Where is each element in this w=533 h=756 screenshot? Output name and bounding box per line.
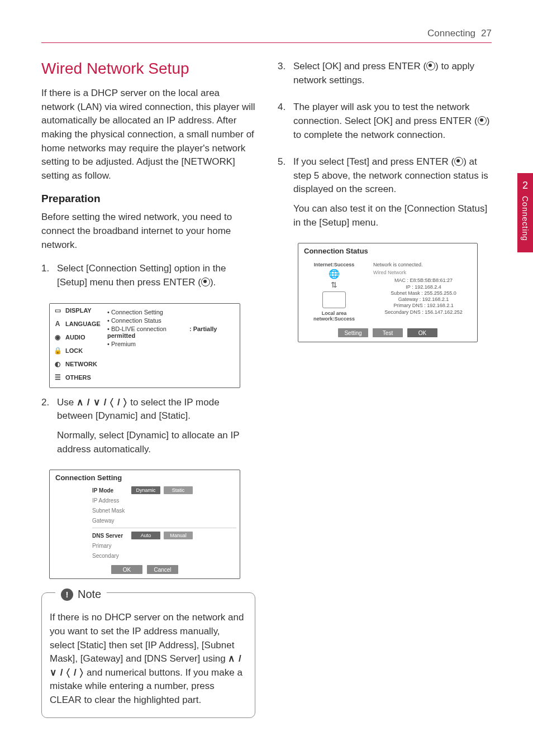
step-number: 3. <box>278 60 293 93</box>
language-icon: A <box>53 319 62 328</box>
step-text: Select [Connection Setting] option in th… <box>57 263 226 288</box>
manual-page: Connecting 27 Wired Network Setup If the… <box>0 0 533 756</box>
display-icon: ▭ <box>53 306 62 315</box>
globe-icon: 🌐 <box>301 269 368 279</box>
primary-dns: Primary DNS : 192.168.2.1 <box>373 303 474 309</box>
lan-status: Local area network:Success <box>301 310 368 322</box>
auto-button[interactable]: Auto <box>131 532 160 539</box>
intro-paragraph: If there is a DHCP server on the local a… <box>41 87 255 183</box>
left-column: Wired Network Setup If there is a DHCP s… <box>41 60 255 718</box>
chapter-number: 2 <box>517 180 533 192</box>
step-number: 1. <box>41 262 57 295</box>
page-header: Connecting 27 <box>41 28 492 43</box>
step-text: ). <box>210 277 216 288</box>
ip-address: IP : 192.168.2.4 <box>373 284 474 290</box>
step-2: 2. Use ∧ / ∨ / 〈 / 〉 to select the IP mo… <box>41 396 255 462</box>
link-icon: ⇅ <box>301 280 368 289</box>
static-button[interactable]: Static <box>164 486 193 494</box>
info-icon: ! <box>61 588 73 601</box>
header-section: Connecting <box>427 28 475 39</box>
dpad-arrows: ∧ / ∨ / 〈 / 〉 <box>77 397 128 408</box>
step-4: 4. The player will ask you to test the n… <box>278 101 492 147</box>
screenshot-connection-status: Connection Status Internet:Success 🌐 ⇅ L… <box>298 243 478 342</box>
subnet-mask: Subnet Mask : 255.255.255.0 <box>373 290 474 296</box>
preparation-body: Before setting the wired network, you ne… <box>41 210 255 252</box>
status-message: Network is connected. <box>373 262 474 267</box>
section-title: Wired Network Setup <box>41 60 255 78</box>
right-column: 3. Select [OK] and press ENTER () to app… <box>278 60 492 718</box>
dialog-title: Connection Status <box>298 243 477 259</box>
mac-address: MAC : E8:5B:5B:B8:61:27 <box>373 277 474 284</box>
header-page-number: 27 <box>481 28 492 39</box>
note-box: ! Note If there is no DHCP server on the… <box>41 592 255 717</box>
menu-options: • Connection Setting • Connection Status… <box>103 304 240 387</box>
step-5: 5. If you select [Test] and press ENTER … <box>278 155 492 235</box>
others-icon: ☰ <box>53 373 62 382</box>
menu-sidebar: ▭DISPLAY ALANGUAGE ◉AUDIO 🔒LOCK ◐NETWORK… <box>50 304 103 387</box>
enter-icon <box>426 61 435 70</box>
audio-icon: ◉ <box>53 333 62 342</box>
network-icon: ◐ <box>53 360 62 369</box>
step-text: You can also test it on the [Connection … <box>293 202 492 229</box>
gateway: Gateway : 192.168.2.1 <box>373 296 474 303</box>
note-label: ! Note <box>55 586 107 602</box>
test-button[interactable]: Test <box>373 328 403 337</box>
step-text: Normally, select [Dynamic] to allocate a… <box>57 429 255 456</box>
step-text: Use <box>57 397 77 408</box>
screenshot-connection-setting: Connection Setting IP ModeDynamicStatic … <box>49 470 240 579</box>
step-3: 3. Select [OK] and press ENTER () to app… <box>278 60 492 93</box>
enter-icon <box>478 116 487 125</box>
step-number: 2. <box>41 396 57 462</box>
ok-button[interactable]: OK <box>111 565 142 574</box>
step-number: 4. <box>278 101 293 147</box>
dynamic-button[interactable]: Dynamic <box>131 486 160 494</box>
note-text: If there is no DHCP server on the networ… <box>50 612 244 664</box>
step-number: 5. <box>278 155 293 235</box>
step-text: If you select [Test] and press ENTER ( <box>293 156 454 167</box>
router-icon <box>322 291 346 308</box>
ok-button[interactable]: OK <box>407 328 437 337</box>
enter-icon <box>201 277 210 286</box>
cancel-button[interactable]: Cancel <box>147 565 178 574</box>
manual-button[interactable]: Manual <box>164 532 193 539</box>
step-1: 1. Select [Connection Setting] option in… <box>41 262 255 295</box>
enter-icon <box>454 157 463 166</box>
lock-icon: 🔒 <box>53 346 62 355</box>
step-text: The player will ask you to test the netw… <box>293 102 478 126</box>
chapter-tab: 2 Connecting <box>517 173 533 252</box>
step-text: Select [OK] and press ENTER ( <box>293 61 426 71</box>
internet-status: Internet:Success <box>301 262 368 267</box>
dialog-title: Connection Setting <box>50 470 240 485</box>
network-type: Wired Network <box>373 270 474 275</box>
setting-button[interactable]: Setting <box>338 328 368 337</box>
chapter-label: Connecting <box>521 196 530 241</box>
secondary-dns: Secondary DNS : 156.147.162.252 <box>373 309 474 315</box>
screenshot-setup-menu: ▭DISPLAY ALANGUAGE ◉AUDIO 🔒LOCK ◐NETWORK… <box>49 303 240 388</box>
preparation-heading: Preparation <box>41 193 255 205</box>
